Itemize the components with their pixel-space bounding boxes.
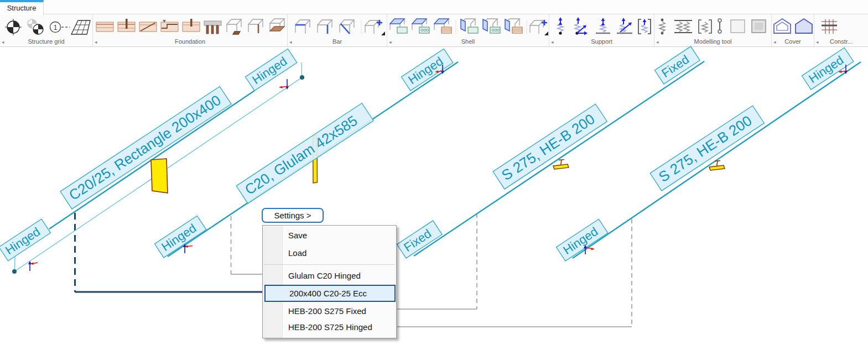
menu-item-rectangle-preset-selected[interactable]: 200x400 C20-25 Ecc	[264, 285, 396, 302]
support-label[interactable]: Hinged	[0, 219, 50, 261]
settings-button[interactable]: Settings >	[262, 208, 324, 223]
menu-item-load[interactable]: Load	[263, 245, 396, 262]
menu-item-save[interactable]: Save	[263, 227, 396, 244]
section-preview-heb[interactable]	[709, 161, 725, 171]
menu-separator	[264, 264, 395, 265]
beam-section-label[interactable]: C20/25, Rectangle 200x400	[60, 86, 231, 209]
tab-structure-label: Structure	[7, 4, 37, 12]
beam-section-label[interactable]: S 275, HE-B 200	[650, 106, 764, 191]
support-label[interactable]: Fixed	[654, 46, 700, 84]
beam-section-label-text: C20, Glulam 42x585	[242, 112, 360, 198]
menu-item-heb-fixed-preset[interactable]: HEB-200 S275 Fixed	[263, 303, 396, 320]
beam-section-label-text: S 275, HE-B 200	[498, 111, 597, 184]
beam-node[interactable]	[12, 269, 17, 274]
support-label[interactable]: Hinged	[245, 49, 297, 91]
beam-node[interactable]	[300, 75, 304, 80]
beam-section-label[interactable]: S 275, HE-B 200	[493, 104, 607, 189]
support-label[interactable]: Hinged	[154, 216, 206, 258]
section-preview-rectangle[interactable]	[151, 159, 168, 193]
tab-structure[interactable]: Structure	[0, 0, 44, 15]
beam-section-label-text: S 275, HE-B 200	[656, 112, 755, 185]
beam-section-label-text: C20/25, Rectangle 200x400	[66, 92, 224, 203]
menu-item-heb-hinged-preset[interactable]: HEB-200 S725 Hinged	[263, 319, 396, 336]
menu-item-glulam-preset[interactable]: Glulam C20 Hinged	[263, 268, 396, 284]
beam-section-label[interactable]: C20, Glulam 42x585	[236, 103, 373, 203]
beam-steel-hinged[interactable]	[573, 62, 861, 258]
settings-menu: Save Load Glulam C20 Hinged 200x400 C20-…	[262, 225, 397, 338]
beam-steel-fixed[interactable]	[414, 61, 704, 256]
model-canvas[interactable]: C20/25, Rectangle 200x400 Hinged Hinged …	[0, 0, 868, 350]
application-window: Structure	[0, 0, 868, 350]
